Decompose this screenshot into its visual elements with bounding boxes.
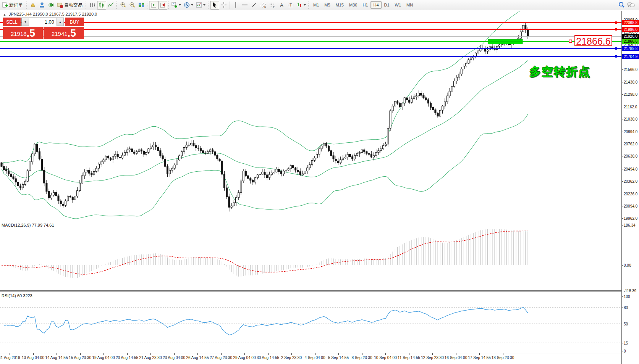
price-tick-mark bbox=[622, 206, 623, 206]
time-tick-mark bbox=[385, 353, 386, 355]
price-level-label-21789.8: 21789.8 bbox=[622, 46, 639, 51]
time-tick-mark bbox=[456, 353, 456, 355]
collapse-panel-icon[interactable]: ▲ bbox=[3, 13, 6, 16]
time-axis-label: 12 Sep 23:30 bbox=[421, 356, 444, 360]
horizontal-level-lines[interactable] bbox=[0, 21, 621, 58]
time-axis-label: 11 Aug 2019 bbox=[0, 356, 20, 360]
rsi-tick-mark bbox=[622, 343, 623, 343]
time-tick-mark bbox=[80, 353, 81, 355]
level-line-handle[interactable] bbox=[615, 21, 617, 24]
time-tick-mark bbox=[221, 353, 222, 355]
time-tick-mark bbox=[432, 353, 433, 355]
rsi-value: 60.3223 bbox=[17, 293, 32, 298]
rsi-axis-label: 15 bbox=[624, 341, 628, 345]
time-tick-mark bbox=[150, 353, 151, 355]
macd-tick-mark bbox=[622, 225, 623, 225]
price-tick-mark bbox=[622, 156, 623, 156]
macd-pane-divider[interactable] bbox=[0, 220, 621, 221]
buy-price-button[interactable]: 21941 .5 bbox=[44, 27, 84, 39]
time-axis[interactable]: 11 Aug 201913 Aug 04:0014 Aug 14:5515 Au… bbox=[0, 353, 621, 364]
price-tick-mark bbox=[622, 82, 623, 82]
price-tick-label: 21030.0 bbox=[624, 117, 637, 121]
price-level-label-21920.0: 21920.0 bbox=[622, 34, 639, 39]
sell-price-button[interactable]: 21918 .5 bbox=[3, 27, 43, 39]
chat-button[interactable] bbox=[626, 1, 636, 10]
buy-price-fraction: .5 bbox=[68, 28, 76, 39]
price-tick-mark bbox=[622, 169, 623, 169]
trading-app-window: 新订单 自动交易 bbox=[0, 0, 639, 364]
time-axis-label: 26 Aug 14:55 bbox=[186, 356, 209, 360]
macd-value-main: 77.99 bbox=[32, 223, 42, 227]
time-tick-mark bbox=[291, 353, 292, 355]
price-tick-mark bbox=[622, 194, 623, 194]
time-tick-mark bbox=[104, 353, 104, 355]
time-tick-mark bbox=[503, 353, 503, 355]
candlestick-series bbox=[1, 22, 529, 211]
rsi-axis-label: 0 bbox=[624, 349, 626, 353]
sell-button[interactable]: SELL bbox=[3, 18, 21, 26]
rsi-tick-mark bbox=[622, 351, 623, 351]
level-line-handle[interactable] bbox=[569, 40, 572, 42]
price-tick-mark bbox=[622, 45, 623, 45]
time-axis-label: 30 Aug 14:55 bbox=[257, 356, 279, 360]
price-tick-label: 20894.0 bbox=[624, 130, 637, 134]
price-callout-box[interactable]: 21866.6 bbox=[574, 35, 612, 46]
macd-indicator-label: MACD(12,26,9) 77.99 74.61 bbox=[2, 223, 54, 227]
macd-axis-label: 186.34 bbox=[624, 223, 636, 227]
time-tick-mark bbox=[127, 353, 128, 355]
time-axis-label: 13 Aug 04:00 bbox=[22, 356, 44, 360]
level-line-handle[interactable] bbox=[615, 28, 617, 31]
macd-axis-label: 0.00 bbox=[624, 263, 631, 267]
rsi-axis-label: 80 bbox=[624, 306, 628, 310]
time-tick-mark bbox=[244, 353, 245, 355]
volume-input[interactable]: 1.00 bbox=[29, 18, 57, 26]
time-tick-mark bbox=[174, 353, 175, 355]
time-axis-label: 19 Aug 04:00 bbox=[92, 356, 115, 360]
price-tick-mark bbox=[622, 119, 623, 119]
time-tick-mark bbox=[268, 353, 269, 355]
chat-bubbles-icon bbox=[627, 1, 635, 9]
price-tick-label: 20494.0 bbox=[624, 167, 637, 171]
rsi-line bbox=[4, 308, 528, 335]
time-axis-label: 16 Sep 04:00 bbox=[445, 356, 468, 360]
turning-point-annotation[interactable]: 多空转折点 bbox=[529, 64, 590, 80]
price-tick-label: 19962.0 bbox=[624, 216, 637, 221]
price-tick-mark bbox=[622, 181, 623, 182]
time-axis-label: 4 Sep 04:00 bbox=[305, 356, 325, 360]
price-axis[interactable]: 22098.021966.021830.021566.021430.021298… bbox=[621, 11, 639, 364]
time-tick-mark bbox=[57, 353, 57, 355]
time-axis-label: 18 Sep 23:30 bbox=[492, 356, 514, 360]
time-axis-label: 10 Sep 04:00 bbox=[374, 356, 397, 360]
level-line-handle[interactable] bbox=[615, 47, 617, 50]
time-axis-label: 23 Aug 04:00 bbox=[163, 356, 185, 360]
chart-ohlc-header: ▲ JPN225-,H4 21950.0 21967.5 21917.5 219… bbox=[3, 12, 97, 16]
price-tick-label: 20630.0 bbox=[624, 154, 637, 158]
macd-tick-mark bbox=[622, 265, 623, 266]
chart-canvas[interactable] bbox=[0, 0, 621, 364]
price-tick-mark bbox=[622, 94, 623, 95]
volume-increase-button[interactable]: ▲ bbox=[57, 18, 64, 26]
rsi-axis-label: 50 bbox=[624, 322, 628, 326]
macd-value-signal: 74.61 bbox=[44, 223, 54, 227]
rsi-indicator-label: RSI(14) 60.3223 bbox=[2, 293, 32, 298]
time-tick-mark bbox=[315, 353, 315, 355]
rsi-axis-label: 100 bbox=[624, 295, 630, 299]
volume-decrease-button[interactable]: ▼ bbox=[22, 18, 29, 26]
rsi-pane-divider[interactable] bbox=[0, 290, 621, 292]
price-tick-label: 20226.0 bbox=[624, 192, 637, 196]
time-axis-label: 14 Aug 14:55 bbox=[45, 356, 68, 360]
macd-histogram bbox=[2, 229, 528, 278]
rsi-tick-mark bbox=[622, 296, 623, 297]
time-tick-mark bbox=[10, 353, 10, 355]
buy-price-main: 21941 bbox=[52, 29, 68, 39]
time-tick-mark bbox=[479, 353, 480, 355]
price-tick-label: 20362.0 bbox=[624, 179, 637, 184]
buy-button[interactable]: BUY bbox=[65, 18, 84, 26]
chart-ohlc-values: 21950.0 21967.5 21917.5 21920.0 bbox=[33, 12, 97, 16]
time-axis-label: 2 Sep 23:30 bbox=[281, 356, 302, 360]
macd-axis-label: -118.39 bbox=[624, 289, 636, 293]
macd-tick-mark bbox=[622, 291, 623, 291]
chart-symbol-timeframe: JPN225-,H4 bbox=[9, 12, 32, 16]
price-tick-label: 21430.0 bbox=[624, 80, 637, 84]
level-line-handle[interactable] bbox=[615, 55, 617, 58]
